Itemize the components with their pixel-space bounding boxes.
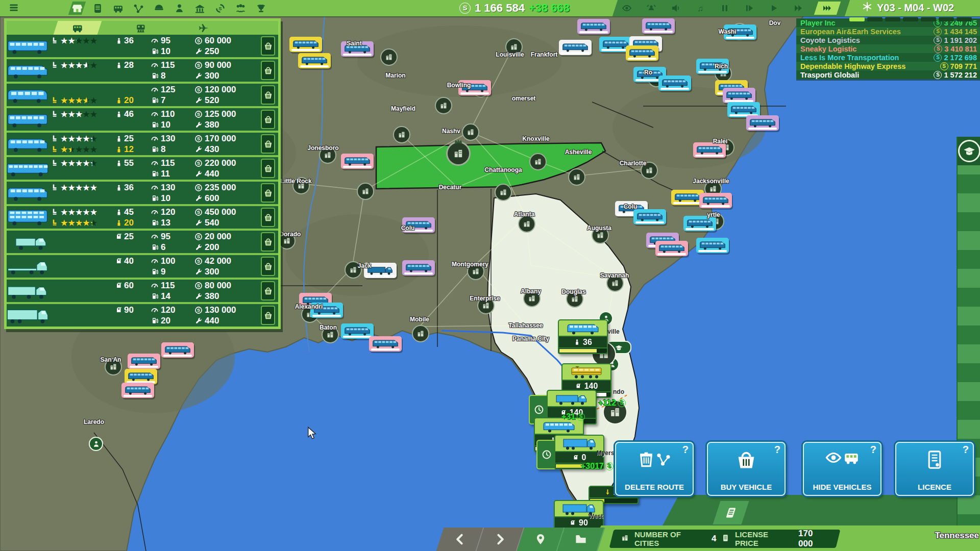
- buy-vehicle-row-button[interactable]: [261, 257, 275, 276]
- help-icon[interactable]: ?: [870, 444, 876, 456]
- nav-chevron-right-button[interactable]: [477, 528, 525, 551]
- competitor-depot[interactable]: [369, 336, 402, 352]
- competitor-depot[interactable]: [626, 45, 658, 61]
- shop-row[interactable]: ★★★★★★★★★★46110S125 00010380: [7, 108, 278, 133]
- shop-row[interactable]: ★★★★★★★★★★36130S235 00010600: [7, 182, 278, 206]
- shop-row[interactable]: ★★★★★★★★★★28115S90 0008300: [7, 59, 278, 84]
- playback-visibility-button[interactable]: [620, 2, 633, 15]
- shop-tab-train[interactable]: [117, 21, 165, 35]
- route-vehicle-badge[interactable]: 36: [558, 319, 608, 354]
- shop-row[interactable]: 2595S20 0006200: [7, 231, 278, 255]
- shop-row[interactable]: ★★★★★★★★★★45120S450 000★★★★★★★★★★2013540: [7, 206, 278, 231]
- leaderboard-row[interactable]: Sneaky LogisticS3 410 811: [796, 44, 980, 53]
- playback-step-forward-button[interactable]: [743, 2, 756, 15]
- city-marker[interactable]: [495, 184, 512, 201]
- playback-competitor-view-button[interactable]: [645, 2, 658, 15]
- nav-location-pin-button[interactable]: [517, 528, 565, 551]
- competitor-depot[interactable]: [699, 193, 732, 208]
- shop-row[interactable]: ★★★★★★★★★★25130S170 000★★★★★★★★★★128430: [7, 133, 278, 157]
- shop-row[interactable]: ★★★★★★★★★★55115S220 00011440: [7, 157, 278, 182]
- leaderboard-row[interactable]: European Air&Earh ServicesS1 434 145: [796, 27, 980, 36]
- city-marker[interactable]: [518, 215, 535, 233]
- shop-tab-plane[interactable]: [180, 21, 229, 35]
- shop-row[interactable]: 90120S130 00020440: [7, 304, 278, 327]
- city-marker[interactable]: [568, 168, 585, 186]
- city-marker[interactable]: [435, 97, 452, 114]
- competitor-depot[interactable]: [289, 37, 322, 52]
- nav-folder-button[interactable]: [557, 528, 605, 551]
- buy-vehicle-row-button[interactable]: [261, 134, 275, 154]
- playback-music-button[interactable]: ♫: [694, 2, 707, 15]
- toolbar-awards-button[interactable]: [254, 2, 267, 15]
- buy-vehicle-row-button[interactable]: [261, 85, 275, 105]
- buy-vehicle-row-button[interactable]: [261, 232, 275, 252]
- buy-vehicle-row-button[interactable]: [261, 110, 275, 129]
- buy-vehicle-row-button[interactable]: [261, 306, 275, 325]
- licence-button[interactable]: ?LICENCE: [895, 442, 974, 496]
- competitor-depot[interactable]: [341, 323, 374, 339]
- nav-chevron-left-button[interactable]: [436, 528, 484, 551]
- toolbar-competitors-button[interactable]: [234, 2, 247, 15]
- shop-tab-bus[interactable]: [54, 21, 102, 35]
- toolbar-finances-button[interactable]: S: [213, 2, 227, 15]
- hide-vehicles-button[interactable]: ?HIDE VEHICLES: [803, 442, 881, 496]
- toolbar-driver-button[interactable]: [152, 2, 165, 15]
- leaderboard-row[interactable]: Trasporti GlobaliS1 572 212: [796, 70, 980, 79]
- competitor-depot[interactable]: [658, 76, 691, 91]
- toolbar-vehicle-list-button[interactable]: [91, 2, 104, 15]
- competitor-depot[interactable]: [161, 342, 194, 358]
- competitor-depot[interactable]: [559, 40, 592, 55]
- city-marker[interactable]: [412, 325, 429, 342]
- toolbar-bus-button[interactable]: [111, 2, 125, 15]
- competitor-depot[interactable]: [633, 209, 666, 224]
- city-marker[interactable]: [357, 183, 374, 200]
- playback-pause-button[interactable]: [718, 2, 731, 15]
- toolbar-store-button[interactable]: [68, 2, 86, 15]
- playback-sound-button[interactable]: [669, 2, 682, 15]
- city-marker[interactable]: [462, 123, 479, 141]
- competitor-depot[interactable]: [298, 53, 331, 68]
- leaderboard-row[interactable]: Less Is More TransportationS2 172 698: [796, 53, 980, 62]
- toolbar-staff-button[interactable]: [173, 2, 186, 15]
- playback-fast-forward-button[interactable]: [792, 2, 805, 15]
- competitor-depot[interactable]: [642, 18, 675, 34]
- help-icon[interactable]: ?: [682, 444, 689, 456]
- toolbar-routes-button[interactable]: [132, 2, 145, 15]
- city-marker[interactable]: [380, 48, 398, 66]
- competitor-depot[interactable]: [746, 115, 779, 131]
- help-icon[interactable]: ?: [774, 444, 780, 456]
- capital-city-marker[interactable]: [446, 141, 471, 166]
- competitor-depot[interactable]: [128, 354, 160, 369]
- competitor-depot[interactable]: [402, 260, 435, 276]
- buy-vehicle-row-button[interactable]: [261, 183, 275, 203]
- buy-vehicle-row-button[interactable]: [261, 208, 275, 227]
- poi-person[interactable]: [89, 437, 103, 451]
- buy-vehicle-row-button[interactable]: [261, 61, 275, 80]
- delete-route-button[interactable]: ?DELETE ROUTE: [615, 442, 694, 496]
- toolbar-bank-button[interactable]: [193, 2, 206, 15]
- playback-fastest-forward-button[interactable]: [814, 2, 841, 15]
- shop-row[interactable]: 40100S42 0009300: [7, 255, 278, 280]
- menu-icon[interactable]: [8, 2, 19, 15]
- competitor-depot[interactable]: [341, 154, 374, 169]
- research-slot[interactable]: [958, 137, 980, 165]
- playback-play-button[interactable]: [767, 2, 780, 15]
- leaderboard-row[interactable]: Dependable Highway ExpressS709 771: [796, 62, 980, 70]
- shop-row[interactable]: ★★★★★★★★★★3695S60 00010250: [7, 35, 278, 59]
- competitor-depot[interactable]: [723, 88, 755, 103]
- competitor-depot[interactable]: [655, 241, 688, 256]
- buy-vehicle-row-button[interactable]: [261, 36, 275, 56]
- competitor-depot[interactable]: [121, 383, 154, 398]
- buy-vehicle-row-button[interactable]: [261, 281, 275, 300]
- competitor-depot[interactable]: [125, 369, 157, 384]
- leaderboard-row[interactable]: Coyote LogisticsS1 191 202: [796, 36, 980, 44]
- help-icon[interactable]: ?: [963, 444, 969, 456]
- buy-vehicle-row-button[interactable]: [261, 159, 275, 178]
- city-marker[interactable]: [393, 126, 410, 143]
- shop-row[interactable]: 60115S80 00014380: [7, 280, 278, 304]
- buy-vehicle-button[interactable]: ?BUY VEHICLE: [707, 442, 786, 496]
- competitor-depot[interactable]: [577, 19, 610, 34]
- competitor-depot[interactable]: [696, 238, 729, 253]
- shop-row[interactable]: 125S120 000★★★★★★★★★★207520: [7, 84, 278, 108]
- city-marker[interactable]: [529, 153, 547, 170]
